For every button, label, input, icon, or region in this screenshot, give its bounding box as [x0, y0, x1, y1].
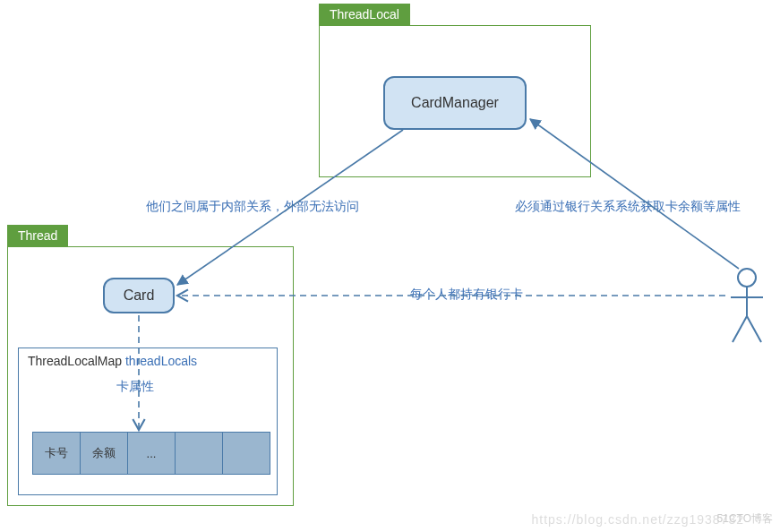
tlm-type: ThreadLocalMap — [28, 354, 122, 368]
watermark-url: https://blog.csdn.net/zzg1938732 — [532, 512, 744, 527]
note-everyone-has-card: 每个人都持有银行卡 — [410, 287, 523, 303]
card-attr-table: 卡号 余额 ... — [32, 432, 270, 475]
card-node: Card — [103, 278, 175, 313]
table-cell — [175, 432, 223, 475]
threadlocal-label: ThreadLocal — [319, 4, 410, 25]
note-must-via-bank: 必须通过银行关系系统获取卡余额等属性 — [515, 199, 741, 215]
svg-point-0 — [738, 269, 756, 287]
table-cell: ... — [127, 432, 176, 475]
svg-line-4 — [747, 316, 761, 342]
thread-label: Thread — [7, 225, 68, 246]
cardmanager-text: CardManager — [411, 95, 499, 111]
card-text: Card — [124, 287, 155, 304]
table-cell — [222, 432, 270, 475]
tlm-field: threadLocals — [122, 354, 197, 368]
table-cell: 余额 — [80, 432, 128, 475]
note-card-attr: 卡属性 — [116, 379, 154, 395]
threadlocalmap-title: ThreadLocalMap threadLocals — [19, 348, 277, 373]
cardmanager-node: CardManager — [383, 76, 527, 130]
note-internal-relation: 他们之间属于内部关系，外部无法访问 — [146, 199, 359, 215]
svg-line-3 — [733, 316, 747, 342]
watermark-brand: 51CTO博客 — [717, 511, 773, 527]
table-cell: 卡号 — [32, 432, 81, 475]
actor-icon — [727, 267, 767, 351]
